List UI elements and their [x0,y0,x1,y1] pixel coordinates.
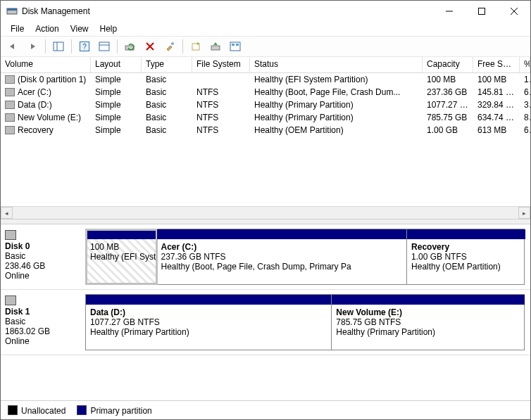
volume-row[interactable]: New Volume (E:)SimpleBasicNTFSHealthy (P… [1,111,530,124]
col-pctfree[interactable]: % [520,57,530,72]
menu-view[interactable]: View [65,23,94,35]
forward-button[interactable] [23,37,42,56]
volume-list-header: Volume Layout Type File System Status Ca… [1,57,530,73]
partition[interactable]: Acer (C:)237.36 GB NTFSHealthy (Boot, Pa… [157,229,408,284]
disk-icon [5,295,16,305]
window-title: Disk Management [22,6,433,16]
back-button[interactable] [4,37,22,56]
volume-icon [5,113,15,122]
legend-primary: Primary partition [77,405,151,416]
partition[interactable]: Data (D:)1077.27 GB NTFSHealthy (Primary… [86,295,332,350]
svg-rect-18 [230,42,240,51]
volume-icon [5,101,15,109]
disk-info[interactable]: Disk 1Basic1863.02 GBOnline [5,294,75,350]
disk-management-window: Disk Management File Action View Help ? [0,0,531,420]
col-status[interactable]: Status [250,57,423,72]
horizontal-scrollbar[interactable]: ◂ ▸ [1,206,530,219]
volume-icon [5,88,15,96]
disk-icon [5,230,16,240]
volume-row[interactable]: Data (D:)SimpleBasicNTFSHealthy (Primary… [1,98,530,111]
svg-rect-1 [7,8,17,11]
partition-container: Data (D:)1077.27 GB NTFSHealthy (Primary… [85,294,525,350]
attach-vhd-icon[interactable] [206,37,225,56]
maximize-button[interactable] [466,1,498,22]
partition[interactable]: 100 MBHealthy (EFI System Partition) [86,229,157,284]
volume-row[interactable]: Acer (C:)SimpleBasicNTFSHealthy (Boot, P… [1,86,530,98]
volume-icon [5,126,15,134]
action-pane-icon[interactable] [95,37,113,56]
refresh-icon[interactable] [121,37,139,56]
pane-splitter[interactable] [1,219,530,224]
properties-icon[interactable] [161,37,179,56]
svg-rect-19 [232,44,235,46]
disk-row: Disk 0Basic238.46 GBOnline100 MBHealthy … [1,224,530,290]
settings-icon[interactable] [226,37,244,56]
disk-row: Disk 1Basic1863.02 GBOnlineData (D:)1077… [1,290,530,355]
svg-text:?: ? [82,43,87,51]
delete-icon[interactable] [141,37,159,56]
partition-container: 100 MBHealthy (EFI System Partition)Acer… [85,229,525,285]
scroll-left-icon[interactable]: ◂ [1,207,13,219]
col-filesystem[interactable]: File System [192,57,250,72]
scroll-right-icon[interactable]: ▸ [518,207,530,219]
col-freespace[interactable]: Free Spa... [473,57,520,72]
partition[interactable]: New Volume (E:)785.75 GB NTFSHealthy (Pr… [332,295,525,350]
partition[interactable]: Recovery1.00 GB NTFSHealthy (OEM Partiti… [407,229,525,284]
legend: Unallocated Primary partition [1,400,530,419]
volume-row[interactable]: (Disk 0 partition 1)SimpleBasicHealthy (… [1,73,530,86]
svg-rect-6 [54,42,63,51]
menu-file[interactable]: File [5,23,30,35]
legend-unallocated: Unallocated [8,405,65,416]
disk-graphical-view: Disk 0Basic238.46 GBOnline100 MBHealthy … [1,224,530,400]
volume-row[interactable]: RecoverySimpleBasicNTFSHealthy (OEM Part… [1,124,530,136]
toolbar: ? [1,36,530,57]
new-volume-icon[interactable] [187,37,205,56]
titlebar: Disk Management [1,1,530,22]
col-capacity[interactable]: Capacity [423,57,473,72]
disk-info[interactable]: Disk 0Basic238.46 GBOnline [5,229,75,285]
help-icon[interactable]: ? [75,37,94,56]
menu-action[interactable]: Action [30,23,64,35]
svg-point-15 [171,42,174,45]
col-layout[interactable]: Layout [91,57,142,72]
close-button[interactable] [498,1,530,22]
menu-help[interactable]: Help [94,23,123,35]
col-volume[interactable]: Volume [1,57,91,72]
col-type[interactable]: Type [142,57,192,72]
svg-rect-10 [99,42,109,51]
minimize-button[interactable] [433,1,466,22]
svg-rect-20 [236,44,239,46]
volume-icon [5,75,15,84]
app-icon [6,6,18,17]
menubar: File Action View Help [1,22,530,36]
show-hide-console-tree-icon[interactable] [49,37,68,56]
svg-rect-3 [479,8,485,15]
svg-rect-17 [211,46,220,50]
volume-list: Volume Layout Type File System Status Ca… [1,57,530,219]
